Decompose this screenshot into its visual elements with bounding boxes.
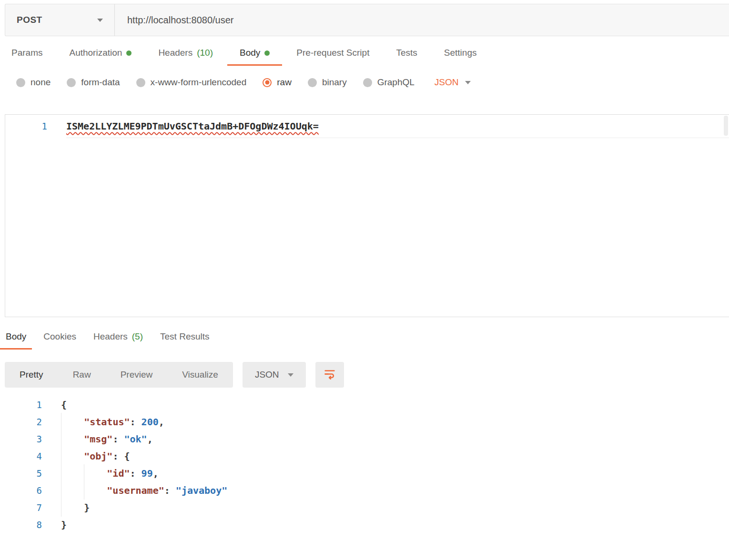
code-token: ,	[159, 416, 164, 428]
code-token: 99	[142, 468, 153, 479]
code-token: ,	[147, 433, 153, 445]
body-mode-binary[interactable]: binary	[308, 77, 347, 88]
response-format-dropdown[interactable]: JSON	[243, 362, 306, 388]
tab-params[interactable]: Params	[11, 48, 42, 66]
code-token: }	[61, 519, 67, 530]
code-token	[61, 502, 84, 513]
code-line: 2 "status": 200,	[0, 416, 729, 433]
method-dropdown[interactable]: POST	[5, 4, 115, 36]
body-mode-graphql[interactable]: GraphQL	[363, 77, 415, 88]
code-token: "obj"	[84, 450, 112, 462]
request-tabs: ParamsAuthorizationHeaders(10)BodyPre-re…	[0, 48, 729, 66]
editor-line-text: ISMe2LLYZLME9PDTmUvGSCTtaJdmB+DFOgDWz4IO…	[66, 120, 319, 132]
line-number: 1	[0, 400, 42, 410]
code-line: 5 "id": 99,	[0, 468, 729, 485]
wrap-text-button[interactable]	[315, 362, 344, 388]
tab-test-results[interactable]: Test Results	[160, 331, 209, 350]
view-pretty-button[interactable]: Pretty	[5, 362, 58, 388]
indent-guide	[61, 464, 61, 482]
view-preview-button[interactable]: Preview	[106, 362, 168, 388]
body-mode-label: GraphQL	[377, 77, 415, 88]
indent-guide	[61, 430, 61, 448]
body-mode-label: binary	[322, 77, 347, 88]
view-button-label: Raw	[73, 370, 91, 380]
radio-icon	[16, 78, 25, 87]
code-line-text: {	[61, 399, 67, 410]
code-token: ,	[153, 468, 159, 479]
view-visualize-button[interactable]: Visualize	[167, 362, 233, 388]
code-token: :	[112, 433, 124, 445]
tab-label: Tests	[396, 48, 417, 58]
view-button-label: Preview	[121, 370, 153, 380]
indent-guide	[61, 413, 61, 431]
radio-selected-icon	[263, 78, 272, 87]
indent-guide	[84, 464, 84, 482]
line-number: 2	[0, 417, 42, 427]
body-mode-form-data[interactable]: form-data	[67, 77, 120, 88]
code-line-text: "obj": {	[61, 450, 130, 462]
chevron-down-icon	[97, 19, 103, 22]
tab-count-badge: (10)	[197, 48, 213, 58]
code-line-text: "status": 200,	[61, 416, 164, 428]
tab-label: Headers	[158, 48, 192, 58]
body-mode-none[interactable]: none	[16, 77, 51, 88]
line-number: 7	[0, 502, 42, 513]
indent-guide	[84, 481, 84, 500]
view-raw-button[interactable]: Raw	[58, 362, 106, 388]
tab-headers[interactable]: Headers(5)	[93, 331, 143, 350]
code-token: }	[84, 502, 90, 513]
code-token	[61, 416, 84, 428]
indent-guide	[61, 499, 61, 517]
tab-settings[interactable]: Settings	[444, 48, 477, 66]
method-label: POST	[17, 15, 42, 25]
indent-guide	[61, 481, 61, 500]
body-mode-x-www-form-urlencoded[interactable]: x-www-form-urlencoded	[136, 77, 247, 88]
radio-dot	[265, 80, 269, 85]
body-mode-label: form-data	[81, 77, 120, 88]
response-view-switcher: PrettyRawPreviewVisualize	[5, 362, 233, 388]
editor-scrollbar[interactable]	[724, 116, 728, 136]
tab-count-badge: (5)	[132, 331, 143, 342]
line-number: 6	[0, 485, 42, 496]
chevron-down-icon	[288, 373, 294, 377]
code-token: "status"	[84, 416, 130, 428]
body-mode-raw[interactable]: raw	[263, 77, 292, 88]
code-token: :	[112, 450, 124, 462]
body-mode-label: raw	[277, 77, 292, 88]
tab-pre-request-script[interactable]: Pre-request Script	[296, 48, 369, 66]
tab-authorization[interactable]: Authorization	[69, 48, 132, 66]
code-line: 7 }	[0, 502, 729, 519]
tab-body[interactable]: Body	[0, 331, 32, 350]
line-number: 3	[0, 434, 42, 444]
code-token: 200	[142, 416, 159, 428]
code-line: 1{	[0, 399, 729, 416]
tab-label: Params	[11, 48, 42, 58]
code-line: 4 "obj": {	[0, 450, 729, 468]
body-mode-label: x-www-form-urlencoded	[151, 77, 247, 88]
tab-cookies[interactable]: Cookies	[43, 331, 76, 350]
tab-headers[interactable]: Headers(10)	[158, 48, 213, 66]
code-token: "msg"	[84, 433, 112, 445]
tab-label: Pre-request Script	[296, 48, 369, 58]
code-line-text: "id": 99,	[61, 468, 159, 479]
language-dropdown[interactable]: JSON	[435, 77, 471, 88]
response-toolbar: PrettyRawPreviewVisualize JSON	[5, 362, 729, 388]
radio-icon	[67, 78, 76, 87]
code-line-text: "msg": "ok",	[61, 433, 153, 445]
url-text: http://localhost:8080/user	[127, 15, 233, 26]
code-token: "id"	[107, 468, 130, 479]
code-token	[61, 450, 84, 462]
url-input[interactable]: http://localhost:8080/user	[115, 4, 729, 36]
tab-body[interactable]: Body	[227, 48, 282, 66]
request-body-editor[interactable]: 1 ISMe2LLYZLME9PDTmUvGSCTtaJdmB+DFOgDWz4…	[5, 114, 729, 317]
code-line-text: "username": "javaboy"	[61, 485, 227, 496]
status-dot-icon	[126, 50, 132, 56]
code-line: 3 "msg": "ok",	[0, 433, 729, 450]
tab-tests[interactable]: Tests	[396, 48, 417, 66]
response-tabs: BodyCookiesHeaders(5)Test Results	[0, 331, 729, 350]
tab-label: Cookies	[43, 331, 76, 342]
body-mode-label: none	[30, 77, 51, 88]
code-token	[61, 433, 84, 445]
tab-label: Authorization	[69, 48, 122, 58]
tab-label: Test Results	[160, 331, 209, 342]
